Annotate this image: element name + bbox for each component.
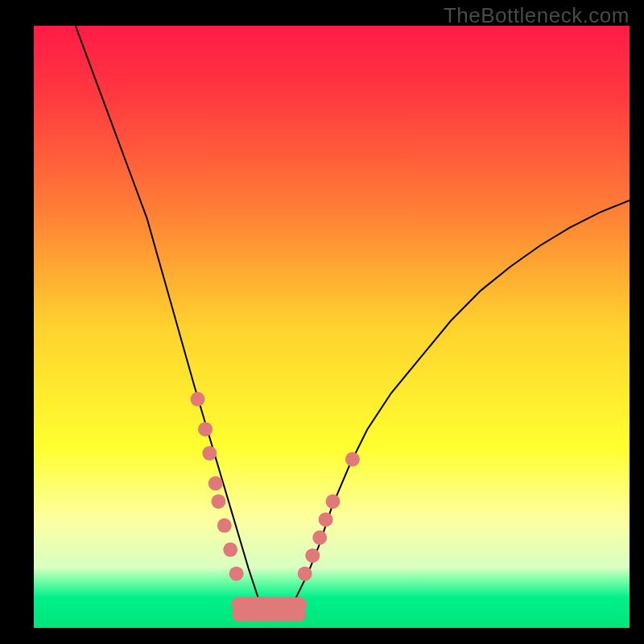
svg-point-34 bbox=[326, 494, 341, 509]
svg-point-26 bbox=[211, 494, 225, 509]
svg-point-35 bbox=[345, 452, 360, 467]
svg-point-30 bbox=[298, 567, 312, 581]
svg-point-28 bbox=[223, 543, 237, 557]
watermark-text: TheBottleneck.com bbox=[444, 3, 630, 28]
valley-fill bbox=[231, 597, 307, 621]
svg-point-25 bbox=[208, 477, 223, 491]
svg-point-32 bbox=[312, 530, 327, 545]
svg-point-24 bbox=[202, 446, 217, 460]
chart-frame: TheBottleneck.com bbox=[0, 0, 644, 644]
svg-point-27 bbox=[217, 518, 232, 533]
svg-point-22 bbox=[191, 392, 205, 407]
gradient-background bbox=[34, 26, 630, 628]
bottleneck-chart bbox=[34, 26, 630, 628]
svg-point-29 bbox=[229, 567, 244, 581]
plot-area bbox=[34, 26, 630, 628]
svg-point-33 bbox=[319, 512, 333, 526]
svg-point-21 bbox=[291, 608, 306, 622]
svg-point-23 bbox=[198, 422, 213, 436]
svg-point-31 bbox=[305, 548, 320, 563]
